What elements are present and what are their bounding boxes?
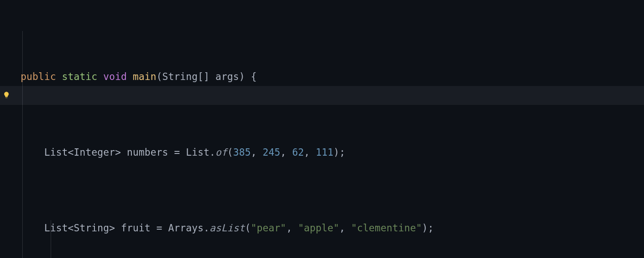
number-literal: 62 [292,147,304,158]
code-line[interactable]: List<String> fruit = Arrays.asList("pear… [21,218,644,237]
code-line[interactable]: public static void main(String[] args) { [21,67,644,86]
code-text: List<String> fruit = Arrays. [44,222,210,233]
punct: ) { [239,71,257,82]
code-editor[interactable]: public static void main(String[] args) {… [0,0,644,258]
method-call: of [216,147,228,158]
punct: ( [227,147,233,158]
number-literal: 245 [263,147,280,158]
method-name: main [133,71,156,82]
keyword: public [21,71,56,82]
code-text: List<Integer> numbers = List. [44,147,216,158]
number-literal: 111 [316,147,333,158]
keyword: static [62,71,97,82]
string-literal: "apple" [298,222,339,233]
params: String[] args [162,71,239,82]
string-literal: "pear" [251,222,286,233]
string-literal: "clementine" [351,222,422,233]
punct: ); [334,147,346,158]
code-line[interactable]: List<Integer> numbers = List.of(385, 245… [21,143,644,162]
keyword: void [103,71,127,82]
method-call: asList [210,222,245,233]
punct: ( [156,71,162,82]
number-literal: 385 [233,147,251,158]
code-area[interactable]: public static void main(String[] args) {… [0,10,644,258]
